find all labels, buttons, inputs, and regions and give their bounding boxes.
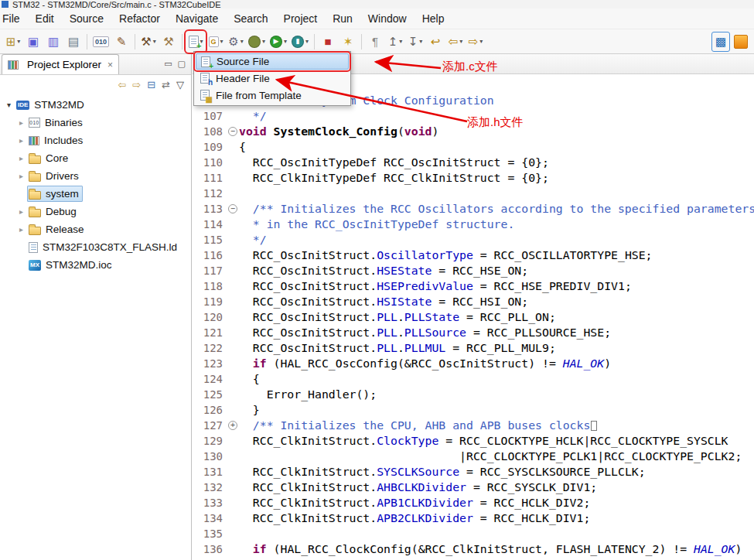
- tree-item-includes[interactable]: ▸Includes: [0, 131, 191, 149]
- code-line[interactable]: 122 RCC_OscInitStruct.PLL.PLLMUL = RCC_P…: [193, 340, 754, 356]
- code-line[interactable]: 131 RCC_ClkInitStruct.SYSCLKSource = RCC…: [193, 464, 754, 480]
- chevron-icon[interactable]: ▸: [15, 172, 27, 180]
- tree-item-release[interactable]: ▸Release: [0, 220, 191, 238]
- perspective-button[interactable]: [732, 32, 750, 52]
- menu-refactor[interactable]: Refactor: [111, 10, 168, 27]
- menu-search[interactable]: Search: [226, 10, 275, 27]
- code-line[interactable]: 123 if (HAL_RCC_OscConfig(&RCC_OscInitSt…: [193, 356, 754, 371]
- generate-code-button[interactable]: G▾: [206, 32, 225, 52]
- search-button[interactable]: ✶: [339, 32, 357, 52]
- chevron-icon[interactable]: ▸: [15, 118, 27, 127]
- new-wizard-button[interactable]: ⊞▾: [4, 32, 22, 52]
- menu-project[interactable]: Project: [276, 10, 326, 27]
- debug-button[interactable]: ▾: [247, 32, 267, 52]
- chevron-icon[interactable]: ▸: [15, 207, 27, 216]
- fold-plus-icon[interactable]: +: [228, 421, 237, 430]
- code-lines[interactable]: 105/**106 * @brief System Clock Configur…: [193, 74, 754, 560]
- chevron-icon[interactable]: ▸: [15, 225, 27, 234]
- code-line[interactable]: 127+ /** Initializes the CPU, AHB and AP…: [193, 418, 754, 433]
- tree-item-debug[interactable]: ▸Debug: [0, 203, 191, 220]
- back-button[interactable]: ⇦▾: [446, 32, 465, 52]
- prev-annotation-button-icon: ↥: [388, 36, 398, 47]
- minimize-button[interactable]: ▭: [164, 59, 172, 69]
- menu-item-file-from-template[interactable]: ▦File from Template: [196, 87, 349, 104]
- tree-item-binaries[interactable]: ▸010Binaries: [0, 114, 191, 131]
- external-tools-button[interactable]: ⚙▾: [227, 32, 245, 52]
- save-button[interactable]: ▣: [24, 32, 43, 52]
- open-element-button[interactable]: 010: [91, 32, 111, 52]
- code-line[interactable]: 110 RCC_OscInitTypeDef RCC_OscInitStruct…: [193, 155, 754, 170]
- tree-item-stm32md[interactable]: ▾IDESTM32MD: [0, 96, 191, 114]
- edit-button[interactable]: ✎: [112, 32, 131, 52]
- menu-window[interactable]: Window: [360, 10, 415, 27]
- tree-item-stm32md-ioc[interactable]: MXSTM32MD.ioc: [0, 256, 191, 274]
- build-button[interactable]: ⚒▾: [139, 32, 158, 52]
- open-window-button[interactable]: ▩: [711, 32, 730, 52]
- last-edit-location-button[interactable]: ↩: [426, 32, 445, 52]
- code-line[interactable]: 120 RCC_OscInitStruct.PLL.PLLState = RCC…: [193, 309, 754, 325]
- code-line[interactable]: 130 |RCC_CLOCKTYPE_PCLK1|RCC_CLOCKTYPE_P…: [193, 449, 754, 464]
- code-line[interactable]: 136 if (HAL_RCC_ClockConfig(&RCC_ClkInit…: [193, 541, 754, 557]
- code-line[interactable]: 132 RCC_ClkInitStruct.AHBCLKDivider = RC…: [193, 480, 754, 495]
- code-line[interactable]: 113− /** Initializes the RCC Oscillators…: [193, 201, 754, 217]
- code-line[interactable]: 115 */: [193, 232, 754, 248]
- menu-item-source-file[interactable]: +Source File: [196, 53, 349, 70]
- prev-annotation-button[interactable]: ↥▾: [386, 32, 404, 52]
- code-line[interactable]: 121 RCC_OscInitStruct.PLL.PLLSource = RC…: [193, 325, 754, 340]
- menu-navigate[interactable]: Navigate: [168, 10, 226, 27]
- menu-run[interactable]: Run: [325, 10, 360, 27]
- line-number: 109: [193, 139, 227, 155]
- tree-item-stm32f103c8tx-flash-ld[interactable]: STM32F103C8TX_FLASH.ld: [0, 238, 191, 256]
- tree-item-system[interactable]: system: [0, 185, 191, 203]
- link-with-editor-icon[interactable]: ⇄: [162, 79, 170, 90]
- profile-button[interactable]: ▮▾: [290, 32, 310, 52]
- chevron-icon[interactable]: ▸: [15, 136, 27, 145]
- tab-project-explorer[interactable]: Project Explorer ×: [2, 54, 119, 74]
- view-menu-icon[interactable]: ▽: [176, 79, 184, 90]
- menu-source[interactable]: Source: [62, 10, 111, 27]
- menu-item-header-file[interactable]: hHeader File: [196, 70, 349, 87]
- code-line[interactable]: 125 Error_Handler();: [193, 387, 754, 402]
- line-number: 114: [193, 217, 227, 232]
- code-line[interactable]: 109{: [193, 139, 754, 155]
- code-line[interactable]: 133 RCC_ClkInitStruct.APB1CLKDivider = R…: [193, 495, 754, 510]
- show-whitespace-button[interactable]: ¶: [366, 32, 384, 52]
- tree-item-core[interactable]: ▸Core: [0, 149, 191, 167]
- code-line[interactable]: 135: [193, 526, 754, 541]
- code-line[interactable]: 137 {: [193, 557, 754, 560]
- forward-icon[interactable]: ⇨: [132, 79, 141, 90]
- run-button[interactable]: ▶▾: [268, 32, 288, 52]
- back-icon[interactable]: ⇦: [118, 79, 126, 90]
- chevron-icon[interactable]: ▸: [15, 154, 27, 162]
- code-line[interactable]: 129 RCC_ClkInitStruct.ClockType = RCC_CL…: [193, 433, 754, 449]
- code-line[interactable]: 117 RCC_OscInitStruct.HSEState = RCC_HSE…: [193, 263, 754, 278]
- perspective-icon: [734, 35, 748, 49]
- code-line[interactable]: 126 }: [193, 402, 754, 418]
- build-all-button-icon: ⚒: [163, 36, 173, 47]
- terminate-button[interactable]: ■: [319, 32, 337, 52]
- next-annotation-button[interactable]: ↧▾: [406, 32, 425, 52]
- code-line[interactable]: 112: [193, 186, 754, 201]
- code-line[interactable]: 134 RCC_ClkInitStruct.APB2CLKDivider = R…: [193, 510, 754, 526]
- code-line[interactable]: 119 RCC_OscInitStruct.HSIState = RCC_HSI…: [193, 294, 754, 309]
- code-line[interactable]: 114 * in the RCC_OscInitTypeDef structur…: [193, 217, 754, 232]
- build-all-button[interactable]: ⚒: [159, 32, 178, 52]
- code-line[interactable]: 124 {: [193, 371, 754, 387]
- fold-minus-icon[interactable]: −: [228, 204, 237, 213]
- forward-button[interactable]: ⇨▾: [466, 32, 485, 52]
- maximize-button[interactable]: ▢: [178, 59, 186, 69]
- menu-file[interactable]: File: [0, 10, 28, 27]
- save-all-button[interactable]: ▥: [44, 32, 63, 52]
- menu-edit[interactable]: Edit: [28, 10, 62, 27]
- fold-minus-icon[interactable]: −: [228, 127, 237, 136]
- print-button[interactable]: ▤: [64, 32, 83, 52]
- chevron-icon[interactable]: ▾: [3, 101, 15, 109]
- close-icon[interactable]: ×: [107, 60, 113, 70]
- tree-item-drivers[interactable]: ▸Drivers: [0, 167, 191, 185]
- code-line[interactable]: 111 RCC_ClkInitTypeDef RCC_ClkInitStruct…: [193, 170, 754, 186]
- new-source-file-button[interactable]: +▾: [186, 32, 205, 52]
- code-line[interactable]: 116 RCC_OscInitStruct.OscillatorType = R…: [193, 248, 754, 263]
- collapse-all-icon[interactable]: ⊟: [147, 79, 155, 90]
- menu-help[interactable]: Help: [415, 10, 452, 27]
- code-line[interactable]: 118 RCC_OscInitStruct.HSEPredivValue = R…: [193, 278, 754, 294]
